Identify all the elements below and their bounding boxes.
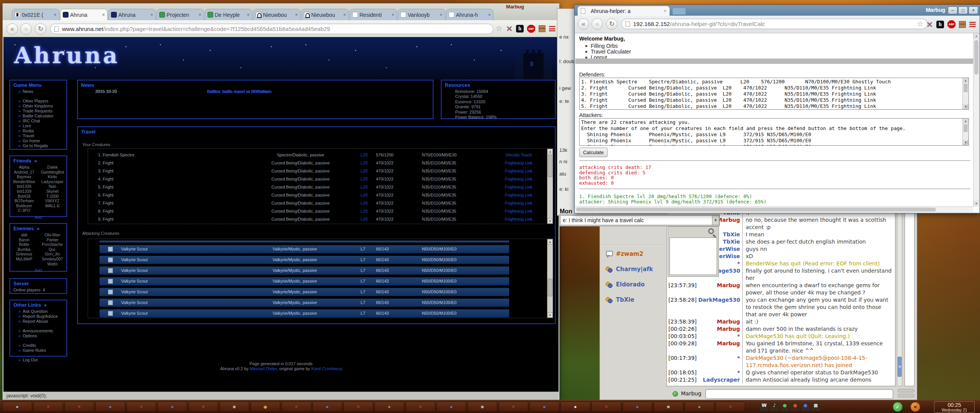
back-button[interactable]: « — [578, 18, 589, 30]
textarea-resize-grip[interactable] — [964, 140, 968, 145]
present-extension-icon[interactable] — [959, 21, 966, 28]
adblock-icon[interactable]: ABP — [527, 25, 535, 33]
scroll-thumb[interactable] — [964, 84, 968, 92]
tray-icon[interactable]: ● — [781, 403, 789, 411]
tray-icon[interactable]: ● — [791, 403, 799, 411]
sidebar-menu-item[interactable]: »Rodia — [10, 128, 67, 133]
sidebar-menu-item[interactable]: »Go to Regalis — [10, 143, 67, 148]
taskbar-window-button[interactable]: × — [281, 402, 311, 412]
scroll-thumb[interactable] — [974, 40, 978, 75]
tab-close-icon[interactable]: × — [247, 12, 250, 18]
sidebar-menu-item[interactable]: »Trade Requests — [10, 109, 67, 114]
chat-tray-icon[interactable]: × — [910, 402, 920, 412]
url-bar[interactable]: 192.168.2.152/ahruna-helper-git/?cls=div… — [621, 19, 928, 29]
taskbar-window-button[interactable]: ■ — [219, 402, 249, 412]
helper-tab[interactable]: Ahruna-helper: a × — [578, 6, 670, 16]
channel-list-item[interactable]: TbXie — [605, 296, 634, 303]
sidebar-menu-item[interactable]: »Lore — [10, 124, 67, 128]
tray-icon[interactable]: W — [760, 403, 768, 411]
other-link-item[interactable]: »Game Rules — [10, 348, 67, 353]
other-link-item[interactable]: »Announcements — [10, 328, 67, 333]
maximize-button[interactable]: □ — [958, 7, 968, 14]
taskbar-window-button[interactable]: ● — [560, 402, 590, 412]
taskbar-window-button[interactable]: ◆ — [250, 402, 280, 412]
taskbar-window-button[interactable]: × — [343, 402, 373, 412]
taskbar-window-button[interactable]: × — [33, 402, 63, 412]
creature-checkbox[interactable] — [108, 311, 113, 316]
tab-close-icon[interactable]: × — [439, 12, 443, 18]
browser-tab[interactable]: Vanlooyb × — [398, 9, 445, 20]
other-link-item[interactable]: »Options — [10, 333, 67, 338]
tab-close-icon[interactable]: × — [198, 12, 201, 18]
extension-tool-icon[interactable] — [926, 21, 933, 28]
tab-close-icon[interactable]: × — [295, 12, 298, 18]
creature-checkbox[interactable] — [108, 279, 113, 284]
resize-grip[interactable] — [898, 394, 915, 397]
tray-icon[interactable]: ♪ — [770, 403, 779, 411]
tray-icon[interactable]: ■ — [812, 403, 820, 411]
status-ok-tray-icon[interactable]: ✓ — [893, 402, 903, 412]
channel-list-item[interactable]: Eldorado — [605, 281, 645, 288]
sidebar-menu-item[interactable]: »Other Kingdoms — [10, 104, 67, 109]
other-link-item[interactable]: »Report Bug/Advice — [10, 314, 67, 319]
reload-button[interactable]: ↻ — [35, 23, 46, 35]
taskbar-window-button[interactable]: × — [498, 402, 528, 412]
scroll-up-icon[interactable]: ▲ — [547, 149, 553, 154]
menu-icon[interactable] — [549, 26, 555, 31]
scroll-down-icon[interactable]: ▼ — [547, 218, 553, 224]
scroll-thumb[interactable] — [548, 155, 552, 177]
taskbar-window-button[interactable]: ● — [312, 402, 342, 412]
page-scrollbar-vertical[interactable]: ▲ ▼ — [973, 33, 979, 206]
chat-input[interactable] — [706, 389, 893, 399]
tab-close-icon[interactable]: × — [488, 12, 491, 18]
sidebar-menu-item[interactable]: »Battle Calculator — [10, 114, 67, 119]
taskbar-window-button[interactable]: ● — [684, 402, 714, 412]
menu-icon[interactable] — [969, 22, 976, 27]
dropdown-arrow-icon[interactable]: ▼ — [712, 216, 719, 225]
reload-button[interactable]: ↻ — [606, 18, 617, 30]
taskbar-window-button[interactable]: × — [405, 402, 435, 412]
taskbar-window-button[interactable]: × — [591, 402, 621, 412]
creature-checkbox[interactable] — [108, 257, 113, 262]
collapse-icon[interactable]: « — [34, 158, 37, 164]
h-extension-icon[interactable]: h — [516, 25, 524, 33]
browser-tab[interactable]: De Heyple × — [205, 9, 252, 20]
sidebar-menu-item[interactable]: »Other Players — [10, 99, 67, 104]
other-link-item[interactable]: »Report Abuse — [10, 319, 67, 324]
new-tab-button[interactable] — [673, 8, 686, 15]
attacker-row[interactable]: Valkyrie Scout Valkyrie/Mystic, passive … — [100, 245, 509, 253]
forward-button[interactable]: » — [591, 18, 603, 30]
taskbar-window-button[interactable]: ● — [2, 402, 32, 412]
sidebar-menu-item[interactable]: »Travel — [10, 133, 67, 138]
browser-tab[interactable]: Ahruna-h × — [446, 9, 493, 20]
scroll-thumb[interactable] — [576, 208, 936, 211]
sidebar-menu-item[interactable]: »News — [10, 89, 67, 94]
creature-checkbox[interactable] — [108, 247, 113, 252]
close-button[interactable]: × — [969, 7, 978, 14]
back-button[interactable]: « — [7, 23, 18, 35]
browser-tab[interactable]: Nieuwbou × — [253, 9, 301, 20]
taskbar-window-button[interactable]: ■ — [653, 402, 683, 412]
scroll-up-icon[interactable]: ▲ — [963, 119, 969, 124]
tab-close-icon[interactable]: × — [343, 12, 346, 18]
tab-close-icon[interactable]: × — [102, 12, 105, 18]
tab-close-icon[interactable]: × — [150, 12, 153, 18]
taskbar-window-button[interactable]: ● — [374, 402, 404, 412]
taskbar-window-button[interactable]: × — [126, 402, 156, 412]
user-list-pane[interactable] — [905, 211, 915, 386]
add-enemy-link[interactable]: Add — [10, 268, 67, 273]
taskbar-window-button[interactable]: × — [188, 402, 218, 412]
helper-menu-link[interactable]: Filling Orbs — [585, 43, 631, 49]
scroll-thumb[interactable] — [964, 124, 968, 132]
other-link-item[interactable]: »Ask Question — [10, 309, 67, 314]
original-author-link[interactable]: Karel Crombecq — [311, 366, 341, 371]
browser-tab[interactable]: Nieuwbou × — [301, 9, 349, 20]
url-bar[interactable]: www.ahruna.net/index.php?page=travel&act… — [50, 24, 493, 34]
attacker-row[interactable]: Valkyrie Scout Valkyrie/Mystic, passive … — [100, 277, 509, 285]
attacker-row[interactable]: Valkyrie Scout Valkyrie/Mystic, passive … — [100, 256, 509, 264]
taskbar-window-button[interactable]: ● — [95, 402, 125, 412]
bookmark-star-icon[interactable]: ☆ — [496, 24, 502, 33]
news-link[interactable]: Battles: battle report vs BOTerham — [207, 89, 271, 94]
scroll-up-icon[interactable]: ▲ — [547, 239, 553, 244]
scrollbar[interactable]: ▲ ▼ — [547, 239, 553, 318]
